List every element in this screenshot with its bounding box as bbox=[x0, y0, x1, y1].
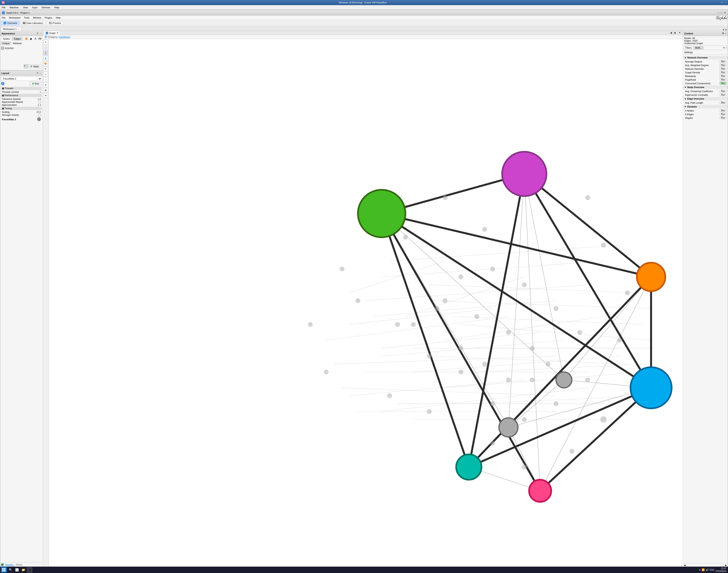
edge-collapse-arrow[interactable]: ▼ bbox=[684, 98, 686, 100]
gephi-restore-btn[interactable]: □ bbox=[721, 11, 722, 14]
node-pink[interactable] bbox=[529, 480, 551, 502]
vbox-dots1[interactable]: · bbox=[724, 1, 725, 4]
diamond-tool-btn[interactable]: ◇ bbox=[43, 72, 48, 76]
gephi-menu-tools[interactable]: Tools bbox=[23, 16, 30, 19]
pencil-tool-btn[interactable]: ✏ bbox=[43, 66, 48, 71]
vbox-menu-devices[interactable]: Devices bbox=[41, 6, 51, 9]
network-collapse-arrow[interactable]: ▼ bbox=[684, 56, 686, 59]
appearance-link-icon[interactable]: ≡ bbox=[24, 64, 28, 68]
attribute-attr-btn[interactable]: Attribute bbox=[12, 42, 23, 45]
eigenvector-run-btn[interactable]: Run bbox=[720, 93, 727, 96]
context-controls[interactable]: ✕ ─ bbox=[722, 32, 727, 35]
node-green[interactable] bbox=[358, 190, 406, 237]
vbox-menu-file[interactable]: File bbox=[1, 6, 6, 9]
rect-select-tool-btn[interactable]: ⬜ bbox=[43, 45, 48, 50]
color-icon-btn[interactable]: 🎨 bbox=[24, 37, 29, 41]
degree-dynamic-run-btn[interactable]: Run bbox=[720, 116, 727, 119]
label-color-icon-btn[interactable]: A bbox=[34, 37, 37, 41]
node-gray[interactable] bbox=[499, 418, 518, 437]
dynamic-collapse-arrow[interactable]: ▼ bbox=[684, 106, 686, 108]
color-tool-btn[interactable]: 🎨 bbox=[43, 61, 48, 66]
vbox-dots2[interactable]: · bbox=[725, 1, 726, 4]
gephi-close-btn[interactable]: ✕ bbox=[724, 11, 726, 14]
node-overview-header[interactable]: ▼ Node Overview bbox=[683, 86, 728, 89]
gephi-menu-window[interactable]: Window bbox=[32, 16, 42, 19]
paint-tool-btn[interactable]: 💧 bbox=[43, 56, 48, 61]
filters-tab-btn[interactable]: Filters bbox=[684, 46, 693, 49]
node-cyan[interactable] bbox=[630, 367, 672, 408]
edges-tab-btn[interactable]: Edges bbox=[12, 37, 22, 41]
filters-minimize-btn[interactable]: ─ bbox=[725, 47, 727, 49]
node-edit-tool-btn[interactable]: ✦ bbox=[43, 93, 48, 98]
graph-tab[interactable]: Graph ✕ bbox=[44, 31, 60, 35]
stats-scroll-right[interactable]: ▶ bbox=[725, 564, 727, 566]
workspace-tab-1[interactable]: Workspace 1 ✕ bbox=[1, 27, 21, 31]
select-tool-btn[interactable]: ↖ bbox=[43, 40, 48, 45]
vbox-window-controls[interactable]: ─ · · bbox=[721, 1, 726, 4]
layout-algo-select[interactable]: ForceAtlas 2 bbox=[1, 76, 42, 81]
vbox-menu-machine[interactable]: Machine bbox=[9, 6, 19, 9]
node-purple[interactable] bbox=[502, 152, 547, 196]
graph-nav-menu[interactable]: ▼ bbox=[678, 31, 682, 34]
reset-btn[interactable]: Reset bbox=[16, 563, 22, 566]
configure-link[interactable]: (Configure) bbox=[59, 36, 70, 38]
node-orange[interactable] bbox=[637, 263, 666, 291]
appearance-minimize-btn[interactable]: ─ bbox=[40, 32, 41, 35]
graph-tab-close[interactable]: ✕ bbox=[56, 32, 58, 34]
avg-weighted-degree-run-btn[interactable]: Run bbox=[720, 64, 727, 66]
network-overview-header[interactable]: ▼ Network Overview bbox=[683, 56, 728, 59]
avg-degree-run-btn[interactable]: Run bbox=[720, 60, 727, 63]
connected-components-run-btn[interactable]: Run bbox=[720, 82, 727, 85]
gephi-menu-help[interactable]: Help bbox=[55, 16, 61, 19]
label-size-icon-btn[interactable]: TT bbox=[38, 37, 42, 41]
gephi-window-controls[interactable]: ─ □ ✕ bbox=[718, 11, 726, 14]
approx-repuls-checkbox[interactable] bbox=[38, 101, 41, 103]
vbox-menu-help[interactable]: Help bbox=[54, 6, 60, 9]
workspace-tab-close[interactable]: ✕ bbox=[17, 28, 19, 30]
modularity-run-btn[interactable]: Run bbox=[720, 74, 727, 77]
appearance-controls[interactable]: ✕ ─ bbox=[37, 32, 41, 35]
filters-close-btn[interactable]: ✕ bbox=[723, 47, 725, 49]
performance-section-header[interactable]: ▣ Performance bbox=[1, 94, 42, 97]
edges-dynamic-run-btn[interactable]: Run bbox=[720, 113, 727, 116]
graph-nav-right[interactable]: ▶ bbox=[673, 31, 677, 34]
unique-attr-btn[interactable]: Unique bbox=[1, 42, 11, 45]
presets-checkbox[interactable] bbox=[1, 563, 4, 566]
nodes-tab-btn[interactable]: Nodes bbox=[1, 37, 12, 41]
graph-nav-left[interactable]: ◀ bbox=[669, 31, 673, 34]
avg-path-length-run-btn[interactable]: Run bbox=[720, 101, 727, 104]
layout-minimize-btn[interactable]: ─ bbox=[40, 72, 41, 74]
appearance-close-btn[interactable]: ✕ bbox=[37, 32, 38, 35]
apply-btn[interactable]: Apply bbox=[28, 64, 42, 68]
gephi-menu-plugins[interactable]: Plugins bbox=[44, 16, 53, 19]
node-teal[interactable] bbox=[456, 455, 482, 480]
scroll-right-arrow[interactable]: ▶ bbox=[725, 29, 728, 31]
presets-btn[interactable]: Presets... bbox=[5, 563, 15, 566]
settings-tool-btn[interactable]: ⚙ bbox=[43, 88, 48, 93]
layout-controls[interactable]: ✕ ─ bbox=[37, 72, 41, 74]
pagerank-run-btn[interactable]: Run bbox=[720, 78, 727, 81]
tuning-section-header[interactable]: ▣ Tuning bbox=[1, 107, 42, 110]
nodes-dynamic-run-btn[interactable]: Run bbox=[720, 109, 727, 112]
avg-clustering-run-btn[interactable]: Run bbox=[720, 90, 727, 93]
move-tool-btn[interactable]: ✋ bbox=[43, 51, 48, 55]
edge-tool-btn[interactable]: ⟋ bbox=[43, 77, 48, 82]
context-close-btn[interactable]: ✕ bbox=[722, 32, 724, 35]
overview-btn[interactable]: Overview bbox=[1, 21, 19, 25]
vbox-menu-input[interactable]: Input bbox=[31, 6, 38, 9]
layout-close-btn[interactable]: ✕ bbox=[37, 72, 38, 74]
run-btn[interactable]: Run bbox=[30, 82, 42, 86]
size-icon-btn[interactable]: ◉ bbox=[29, 37, 33, 41]
context-minimize-btn[interactable]: ─ bbox=[725, 32, 727, 35]
multi-tab-btn[interactable]: Multi... bbox=[694, 46, 704, 49]
node-gray2[interactable] bbox=[556, 372, 572, 388]
data-lab-btn[interactable]: Data Laboratory bbox=[20, 21, 46, 25]
vbox-menu-view[interactable]: View bbox=[22, 6, 29, 9]
preview-btn[interactable]: Preview bbox=[47, 21, 63, 25]
gephi-minimize-btn[interactable]: ─ bbox=[718, 11, 720, 14]
info-icon-btn[interactable]: i bbox=[1, 82, 4, 85]
graph-density-run-btn[interactable]: Run bbox=[720, 71, 727, 74]
graph-canvas[interactable] bbox=[49, 39, 683, 567]
threads-section-header[interactable]: ▣ Threads bbox=[1, 87, 42, 90]
dynamic-header[interactable]: ▼ Dynamic bbox=[683, 105, 728, 108]
